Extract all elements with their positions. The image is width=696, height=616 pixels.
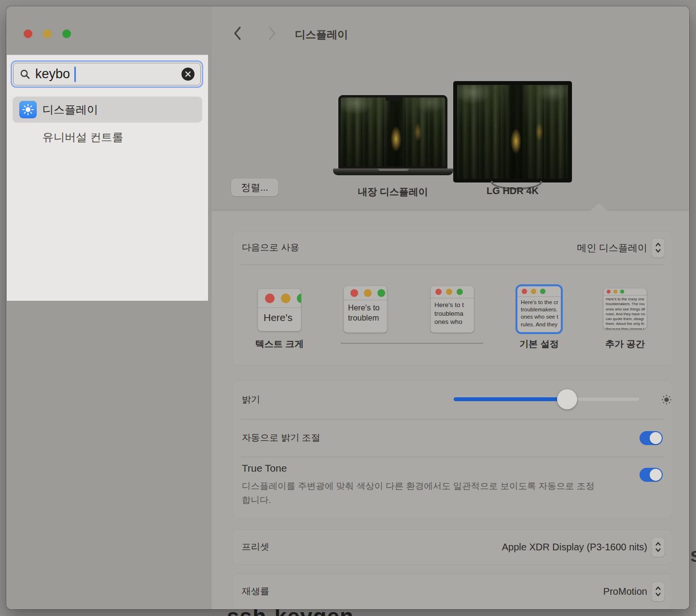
brightness-slider[interactable] [454, 397, 640, 401]
text-cursor [74, 67, 76, 82]
preset-card: 프리셋 Apple XDR Display (P3-1600 nits) [232, 529, 672, 565]
search-query-text: keybo [35, 67, 70, 82]
search-results-panel: keybo [7, 55, 208, 301]
mini-window-text: Here's to t troublema ones who [431, 298, 474, 326]
page-title: 디스플레이 [295, 28, 348, 42]
row-divider [241, 265, 664, 265]
preset-value: Apple XDR Display (P3-1600 nits) [502, 542, 647, 553]
true-tone-label: True Tone [242, 462, 287, 474]
true-tone-toggle[interactable] [640, 468, 663, 482]
brightness-slider-fill [454, 397, 567, 401]
forward-button[interactable] [266, 27, 278, 40]
mini-window-text: Here's [258, 308, 301, 324]
minimize-window-button[interactable] [43, 29, 52, 38]
search-focus-ring: keybo [11, 60, 203, 88]
external-display-name: LG HDR 4K [459, 185, 566, 196]
use-as-label: 다음으로 사용 [242, 241, 299, 254]
preset-label: 프리셋 [242, 541, 269, 553]
preset-dropdown[interactable] [652, 537, 665, 557]
brightness-label: 밝기 [242, 393, 260, 406]
mini-window-titlebar [431, 286, 474, 298]
clear-search-button[interactable] [181, 68, 195, 81]
use-as-dropdown[interactable] [652, 238, 665, 258]
mini-window-text: Here's to the cr troublemakers. ones who… [517, 297, 561, 328]
display-brightness-icon [19, 101, 37, 118]
refresh-rate-card: 재생률 ProMotion [232, 574, 672, 609]
search-result-display[interactable]: 디스플레이 [13, 97, 202, 123]
mini-window-titlebar [603, 288, 647, 295]
search-input[interactable]: keybo [13, 63, 201, 85]
selected-display-pointer [591, 203, 607, 210]
external-display-thumbnail[interactable] [453, 81, 572, 182]
search-result-universal-control[interactable]: 유니버설 컨트롤 [13, 126, 202, 148]
refresh-rate-dropdown[interactable] [652, 582, 665, 602]
scaling-connector-line [341, 343, 483, 344]
brightness-slider-thumb[interactable] [557, 389, 577, 409]
mini-window-titlebar [258, 289, 301, 308]
true-tone-description: 디스플레이를 주변광에 맞춰 색상이 다른 환경에서도 일관적으로 보이도록 자… [242, 479, 597, 507]
search-result-label: 디스플레이 [42, 102, 98, 117]
builtin-display-thumbnail[interactable] [338, 95, 447, 169]
mini-window-text: Here's to troublem [344, 300, 387, 323]
use-as-value: 메인 디스플레이 [577, 241, 647, 254]
external-display-screen [457, 85, 568, 179]
brightness-low-icon [661, 394, 672, 407]
refresh-rate-label: 재생률 [242, 585, 269, 598]
use-as-card: 다음으로 사용 메인 디스플레이 Here's Here's to troubl… [232, 231, 672, 366]
auto-brightness-label: 자동으로 밝기 조절 [242, 432, 320, 444]
auto-brightness-toggle[interactable] [640, 431, 663, 445]
brightness-card: 밝기 [232, 380, 672, 519]
search-result-label: 유니버설 컨트롤 [42, 130, 123, 145]
scaling-option-default[interactable]: Here's to the cr troublemakers. ones who… [517, 286, 561, 332]
scaling-label-more-space: 추가 공간 [591, 338, 659, 350]
magnifier-icon [19, 69, 31, 80]
scaling-label-default: 기본 설정 [505, 338, 573, 350]
toggle-knob [650, 432, 662, 444]
row-divider [241, 457, 664, 457]
background-partial-text: s [690, 544, 696, 567]
builtin-display-name: 내장 디스플레이 [340, 185, 446, 198]
arrange-button[interactable]: 정렬... [231, 178, 278, 196]
toggle-knob [650, 469, 662, 481]
laptop-notch [386, 97, 400, 101]
mini-window-titlebar [344, 286, 387, 300]
close-window-button[interactable] [24, 29, 32, 38]
laptop-base [333, 168, 453, 175]
scaling-option-3[interactable]: Here's to t troublema ones who [431, 286, 474, 333]
back-button[interactable] [231, 27, 244, 40]
zoom-window-button[interactable] [62, 29, 71, 38]
sidebar: keybo [6, 6, 211, 609]
system-settings-window: keybo [6, 6, 689, 609]
scaling-label-larger-text: 텍스트 크게 [246, 338, 313, 350]
refresh-rate-value: ProMotion [603, 586, 647, 597]
mini-window-text: Here's to the crazy one troublemakers. T… [603, 295, 647, 329]
scaling-option-more-space[interactable]: Here's to the crazy one troublemakers. T… [603, 288, 647, 329]
scaling-option-larger-text[interactable]: Here's [258, 289, 301, 331]
mini-window-titlebar [517, 286, 561, 297]
scaling-option-2[interactable]: Here's to troublem [344, 286, 387, 333]
